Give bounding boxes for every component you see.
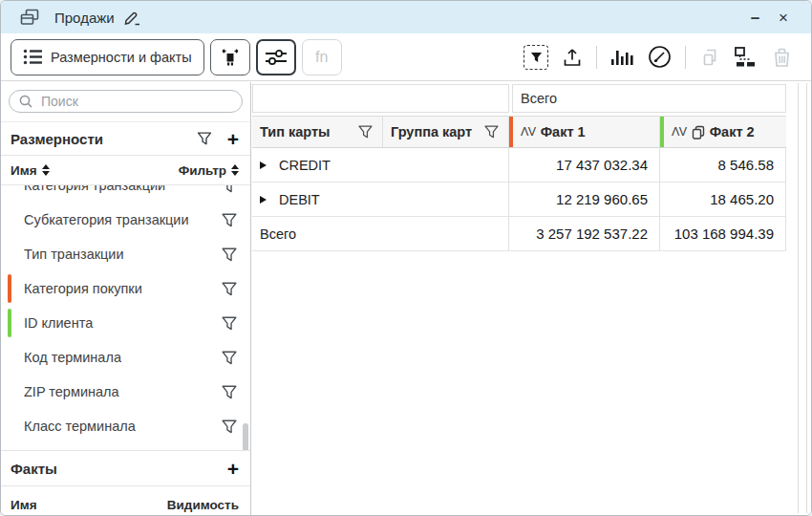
header-fact2[interactable]: ΛV Факт 2	[660, 117, 786, 147]
dimensions-title: Размерности	[11, 131, 197, 147]
dimensions-section-header: Размерности +	[1, 122, 250, 156]
pivot-table: Тип карты Группа карт ΛV Факт 1	[252, 116, 786, 251]
dimension-filter-icon[interactable]	[222, 385, 237, 399]
pivot-corner-cell	[252, 84, 509, 113]
dimension-filter-icon[interactable]	[222, 282, 237, 296]
dimension-item[interactable]: Категория покупки	[1, 271, 250, 306]
column-width-icon	[220, 48, 241, 67]
facts-columns-header: Имя Видимость	[1, 486, 250, 516]
dimension-marker	[8, 274, 11, 303]
dimension-marker	[8, 240, 11, 269]
dimension-label: Категория покупки	[24, 281, 222, 296]
search-input[interactable]	[41, 94, 232, 109]
row-label-cell[interactable]: Всего	[252, 217, 509, 250]
pivot-row: DEBIT 12 219 960.65 18 465.20	[252, 183, 786, 217]
dimension-label: Класс терминала	[24, 419, 222, 434]
table-scrollbar-track[interactable]	[798, 83, 807, 513]
delete-button	[771, 47, 794, 68]
dimension-filter-icon[interactable]	[222, 351, 237, 365]
fact-col-visibility[interactable]: Видимость	[167, 498, 239, 512]
chart-button[interactable]	[610, 48, 634, 67]
sort-icon	[42, 164, 50, 176]
search-box[interactable]	[9, 90, 243, 113]
window-icon	[20, 9, 39, 26]
fact2-aggregation: ΛV	[672, 125, 687, 139]
title-bar: Продажи – ×	[1, 1, 811, 33]
dimension-item[interactable]: Категория транзакции	[1, 185, 250, 203]
dimensions-facts-button[interactable]: Размерности и факты	[11, 39, 204, 75]
dimension-filter-icon[interactable]	[222, 316, 237, 331]
dimension-item[interactable]: Субкатегория транзакции	[1, 203, 250, 237]
fact1-value-cell[interactable]: 3 257 192 537.22	[509, 217, 660, 250]
dimension-label: Субкатегория транзакции	[24, 212, 222, 227]
fact2-value-cell[interactable]: 8 546.58	[660, 148, 786, 182]
dimensions-list: Категория транзакции Субкатегория транза…	[1, 185, 250, 450]
dimension-item[interactable]: Класс терминала	[1, 409, 250, 443]
fact2-value-cell[interactable]: 18 465.20	[660, 183, 786, 216]
close-button[interactable]: ×	[773, 10, 794, 26]
dimension-marker	[8, 377, 11, 406]
dimensions-filter-icon[interactable]	[197, 132, 212, 145]
toolbar-right-icons	[524, 45, 801, 70]
toolbar-divider	[685, 46, 686, 69]
list-icon	[23, 49, 43, 65]
dimension-item[interactable]: Тип транзакции	[1, 237, 250, 271]
dimension-item[interactable]: ZIP терминала	[1, 375, 250, 409]
dimension-filter-icon[interactable]	[222, 213, 237, 227]
toolbar: Размерности и факты	[1, 33, 811, 81]
add-dimension-button[interactable]: +	[227, 129, 239, 149]
settings-sliders-button[interactable]	[256, 39, 296, 75]
page-title: Продажи	[54, 10, 115, 26]
search-row	[1, 82, 250, 122]
app-window: Продажи – × Размерности и факты	[0, 0, 812, 516]
card-type-filter-icon[interactable]	[358, 125, 373, 139]
export-button[interactable]	[562, 47, 583, 68]
dimension-filter-icon[interactable]	[222, 419, 237, 434]
dim-col-filter[interactable]: Фильтр	[179, 163, 239, 178]
fact2-color-bar	[660, 117, 664, 147]
dimension-label: ID клиента	[24, 315, 222, 331]
add-fact-button[interactable]: +	[227, 459, 239, 479]
row-label: DEBIT	[279, 192, 320, 207]
fact1-value-cell[interactable]: 17 437 032.34	[509, 148, 660, 182]
row-label-cell[interactable]: CREDIT	[252, 148, 509, 182]
dimension-label: Тип транзакции	[24, 247, 222, 262]
card-group-filter-icon[interactable]	[484, 125, 499, 139]
dimension-marker	[8, 412, 11, 441]
facts-section-header: Факты +	[1, 450, 250, 486]
pivot-area: Всего Тип карты Группа карт	[252, 82, 811, 515]
dimension-filter-icon[interactable]	[222, 247, 237, 262]
expand-caret[interactable]	[260, 161, 267, 169]
dimension-filter-icon[interactable]	[222, 185, 237, 193]
dimension-marker	[8, 205, 11, 234]
dimensions-facts-label: Размерности и факты	[51, 50, 192, 65]
row-label-cell[interactable]: DEBIT	[252, 183, 509, 216]
dimension-item[interactable]: ID клиента	[1, 306, 250, 340]
fact2-label: Факт 2	[710, 124, 755, 140]
fact-col-name[interactable]: Имя	[11, 498, 37, 512]
header-fact1[interactable]: ΛV Факт 1	[509, 117, 660, 147]
fact2-value-cell[interactable]: 103 168 994.39	[660, 217, 786, 250]
fact1-color-bar	[509, 117, 513, 147]
copy-fact-icon	[692, 125, 705, 140]
minimize-button[interactable]: –	[744, 10, 765, 26]
dimension-item[interactable]: Код терминала	[1, 340, 250, 375]
copy-button	[699, 47, 720, 68]
row-label: CREDIT	[279, 158, 331, 173]
fact1-value-cell[interactable]: 12 219 960.65	[509, 183, 660, 216]
column-width-button[interactable]	[210, 39, 250, 75]
fact1-aggregation: ΛV	[521, 125, 536, 139]
pivot-column-total-cell: Всего	[512, 84, 786, 113]
expand-caret[interactable]	[260, 196, 267, 204]
filter-area-button[interactable]	[524, 45, 548, 70]
sidebar-scrollbar-thumb[interactable]	[243, 423, 248, 450]
dim-col-name[interactable]: Имя	[11, 163, 50, 178]
header-card-type[interactable]: Тип карты	[252, 117, 383, 147]
sort-icon	[231, 164, 239, 176]
edit-title-icon[interactable]	[123, 10, 141, 26]
row-label: Всего	[260, 226, 296, 242]
compass-button[interactable]	[648, 45, 672, 69]
structure-button[interactable]	[734, 46, 758, 68]
filter-area-icon	[524, 45, 548, 70]
header-card-group[interactable]: Группа карт	[383, 117, 509, 147]
